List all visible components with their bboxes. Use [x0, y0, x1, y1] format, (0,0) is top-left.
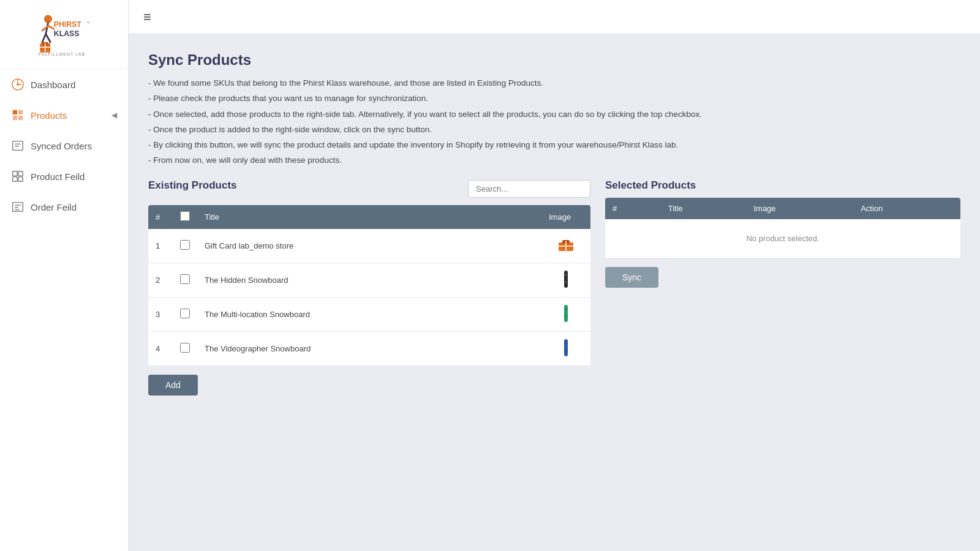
selected-col-title: Title [661, 198, 747, 219]
row-title: Gift Card lab_demo store [197, 229, 541, 263]
selected-table-header-row: # Title Image Action [605, 198, 960, 219]
selected-col-action: Action [853, 198, 960, 219]
sidebar-item-products-label: Products [31, 110, 67, 121]
products-chevron: ◀ [111, 111, 117, 119]
row-title: The Multi-location Snowboard [197, 297, 541, 331]
svg-rect-17 [18, 110, 23, 114]
product-image-4 [556, 338, 576, 358]
svg-rect-18 [13, 116, 17, 120]
svg-rect-24 [18, 171, 23, 176]
row-image [541, 263, 590, 297]
svg-text:PHIRST: PHIRST [54, 20, 81, 29]
logo-area: PHIRST KLASS ™ FULFILLMENT LAB [0, 0, 128, 69]
instruction-4: - Once the product is added to the right… [148, 124, 960, 136]
instruction-2: - Please check the products that you wan… [148, 92, 960, 105]
existing-products-table: # Title Image 1 [148, 205, 590, 366]
svg-point-15 [17, 83, 19, 86]
selected-col-num: # [605, 198, 661, 219]
svg-rect-19 [18, 116, 23, 120]
sidebar-item-order-feild[interactable]: Order Feild [0, 192, 128, 222]
col-header-check [173, 205, 197, 229]
svg-text:FULFILLMENT LAB: FULFILLMENT LAB [38, 52, 85, 56]
svg-rect-39 [565, 309, 567, 310]
svg-rect-23 [13, 171, 17, 176]
row-num: 4 [148, 331, 173, 365]
svg-rect-20 [13, 141, 23, 151]
svg-line-2 [42, 34, 46, 42]
product-image-1 [556, 235, 576, 255]
sidebar-item-dashboard[interactable]: Dashboard [0, 69, 128, 100]
svg-rect-37 [565, 282, 567, 283]
row-title: The Hidden Snowboard [197, 263, 541, 297]
sidebar: PHIRST KLASS ™ FULFILLMENT LAB Dashboard… [0, 0, 129, 551]
sidebar-item-dashboard-label: Dashboard [31, 80, 75, 90]
instruction-6: - From now on, we will only deal with th… [148, 154, 960, 167]
svg-rect-16 [13, 110, 17, 114]
sync-layout: Existing Products # Title Image [148, 179, 960, 395]
svg-text:KLASS: KLASS [54, 29, 79, 38]
selected-col-image: Image [746, 198, 853, 219]
selected-products-panel: Selected Products # Title Image Action N… [605, 179, 960, 288]
page-title: Sync Products [148, 51, 960, 69]
sidebar-item-synced-orders-label: Synced Orders [31, 141, 92, 151]
menu-toggle-button[interactable]: ≡ [143, 9, 151, 25]
row-image [541, 297, 590, 331]
row-checkbox[interactable] [180, 240, 190, 250]
svg-rect-43 [565, 350, 567, 351]
svg-rect-41 [564, 339, 568, 356]
existing-products-panel: Existing Products # Title Image [148, 179, 590, 395]
instructions-block: - We found some SKUs that belong to the … [148, 77, 960, 167]
row-checkbox-cell[interactable] [173, 297, 197, 331]
topbar: ≡ [129, 0, 980, 34]
col-header-image: Image [541, 205, 590, 229]
no-product-message: No product selected. [605, 219, 960, 258]
dashboard-icon [11, 78, 24, 91]
search-input[interactable] [468, 180, 590, 198]
instruction-1: - We found some SKUs that belong to the … [148, 77, 960, 89]
svg-text:™: ™ [86, 21, 91, 25]
row-num: 2 [148, 263, 173, 297]
sidebar-item-order-feild-label: Order Feild [31, 202, 77, 212]
sidebar-item-product-feild-label: Product Feild [31, 171, 85, 182]
instruction-5: - By clicking this button, we will sync … [148, 139, 960, 151]
table-row: 4 The Videographer Snowboard [148, 331, 590, 365]
sidebar-item-synced-orders[interactable]: Synced Orders [0, 130, 128, 161]
table-row: 2 The Hidden Snowboard [148, 263, 590, 297]
row-checkbox-cell[interactable] [173, 229, 197, 263]
row-num: 3 [148, 297, 173, 331]
row-checkbox[interactable] [180, 343, 190, 353]
svg-rect-35 [564, 271, 568, 288]
row-image [541, 229, 590, 263]
row-checkbox-cell[interactable] [173, 263, 197, 297]
svg-rect-36 [565, 274, 567, 276]
svg-rect-26 [18, 177, 23, 181]
product-image-3 [556, 304, 576, 323]
sync-button[interactable]: Sync [605, 267, 658, 288]
order-feild-icon [11, 200, 24, 214]
content-area: Sync Products - We found some SKUs that … [129, 34, 980, 551]
svg-rect-42 [565, 343, 567, 344]
selected-products-title: Selected Products [605, 179, 960, 192]
existing-products-title: Existing Products [148, 179, 237, 192]
sidebar-item-products[interactable]: Products ◀ [0, 100, 128, 130]
add-button[interactable]: Add [148, 375, 198, 395]
svg-point-0 [44, 15, 52, 23]
table-row: 3 The Multi-location Snowboard [148, 297, 590, 331]
select-all-checkbox[interactable] [180, 211, 190, 221]
row-checkbox[interactable] [180, 309, 190, 318]
row-checkbox[interactable] [180, 274, 190, 284]
product-feild-icon [11, 170, 24, 183]
selected-products-table: # Title Image Action No product selected… [605, 198, 960, 258]
row-image [541, 331, 590, 365]
row-num: 1 [148, 229, 173, 263]
svg-rect-25 [13, 177, 17, 181]
svg-line-3 [46, 34, 51, 42]
row-title: The Videographer Snowboard [197, 331, 541, 365]
col-header-title: Title [197, 205, 541, 229]
table-row: 1 Gift Card lab_demo store [148, 229, 590, 263]
sidebar-item-product-feild[interactable]: Product Feild [0, 161, 128, 192]
row-checkbox-cell[interactable] [173, 331, 197, 365]
no-product-row: No product selected. [605, 219, 960, 258]
svg-line-5 [48, 26, 53, 29]
synced-orders-icon [11, 139, 24, 152]
